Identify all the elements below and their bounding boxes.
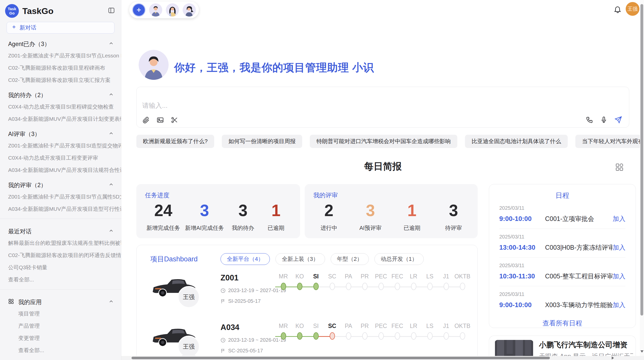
milestone-dot[interactable] [313,332,319,340]
sidebar-section-my-apps[interactable]: 我的应用 [0,293,121,308]
join-meeting-link[interactable]: 加入 [613,301,625,309]
briefing-layout-icon[interactable] [615,163,624,173]
milestone-dot[interactable] [281,332,286,340]
schedule-name: C001-立项审批会 [545,215,613,223]
chevron-up-icon[interactable] [108,228,114,235]
chevron-up-icon[interactable] [108,41,114,48]
dashboard-filter[interactable]: 全新平台（4） [221,253,270,265]
milestone-dot[interactable] [362,332,368,340]
new-chat-button[interactable]: 新对话 [7,22,114,34]
microphone-icon[interactable] [600,116,608,124]
project-owner-badge[interactable]: 王强 [178,286,200,308]
milestone-dot[interactable] [378,283,384,290]
notifications-bell-icon[interactable] [613,5,622,14]
add-session-button[interactable] [132,3,145,17]
milestone-dot[interactable] [297,283,302,290]
suggestion-chip[interactable]: 特朗普可能对进口汽车增税会对中国车企造成哪些影响 [310,135,457,148]
suggestion-chip[interactable]: 欧洲新规最近颁布了什么? [136,135,214,148]
sidebar-task-item[interactable]: Z001-全新燃油轻卡产品开发项目SI造型提交物评审 [0,140,121,152]
milestone-dot-area [308,281,324,293]
dashboard-filter[interactable]: 年型（2） [331,253,369,265]
insert-image-icon[interactable] [156,116,164,124]
milestone-dot[interactable] [460,283,465,290]
suggestion-chip[interactable]: 如何写一份清晰的项目周报 [222,135,302,148]
chevron-up-icon[interactable] [108,92,114,99]
scroll-down-arrow[interactable] [640,350,643,353]
chat-input[interactable] [142,101,575,114]
avatar-woman-long-hair[interactable] [166,3,179,17]
attach-file-icon[interactable] [142,116,150,124]
milestone-dot[interactable] [330,283,335,290]
milestone-dot[interactable] [330,332,335,340]
milestone-dot[interactable] [427,332,433,340]
app-item[interactable]: 项目管理 [0,308,121,320]
milestone-label: SI [308,321,324,331]
sidebar-section-tasks-2[interactable]: AI评审（3） [0,125,121,140]
avatar-man[interactable] [149,3,162,17]
milestone-dot[interactable] [313,283,319,290]
sidebar-task-item[interactable]: Z001-全新燃油轻卡产品开发项目SI节点属性5D文件评审 [0,191,121,203]
voice-call-icon[interactable] [586,116,593,124]
avatar-woman-ponytail[interactable] [183,3,196,17]
milestone-LR: LR [405,321,422,342]
sidebar-task-item[interactable]: A034-全新新能源MUV产品开发项目计划变更表编写 [0,113,121,125]
chevron-up-icon[interactable] [108,182,114,189]
app-item[interactable]: 变更管理 [0,332,121,344]
milestone-dot[interactable] [411,283,416,290]
project-name[interactable]: Z001 [221,273,239,282]
sidebar-task-item[interactable]: A034-全新新能源MUV产品开发项目法规符合性评审 [0,164,121,176]
suggestion-chip[interactable]: 比亚迪全固态电池计划具体说了什么 [465,135,568,148]
milestone-dot[interactable] [281,283,286,290]
milestone-dot[interactable] [378,332,384,340]
send-message-icon[interactable] [614,116,622,124]
sidebar-section-tasks-0[interactable]: Agent已办（3） [0,35,121,50]
sidebar-task-item[interactable]: C02-飞腾新能源轻客改款项目立项汇报方案 [0,74,121,86]
recent-chat-item[interactable]: 公司Q3轻卡销量 [0,261,121,274]
milestone-dot[interactable] [362,283,368,290]
recent-chat-item[interactable]: 解释最新出台的欧盟报废车法规再生塑料比例被调至15%... [0,237,121,249]
milestone-dot[interactable] [297,332,302,340]
recent-chat-item[interactable]: 查看全部... [0,274,121,286]
sidebar-task-item[interactable]: C0X4-动力总成开发项目工程变更评审 [0,152,121,164]
user-avatar[interactable]: 王强 [626,2,639,16]
milestone-dot[interactable] [444,283,449,290]
section-label: 我的应用 [18,298,42,306]
scissors-icon[interactable] [171,116,178,124]
milestone-dot[interactable] [411,332,416,340]
sidebar-section-tasks-1[interactable]: 我的待办（2） [0,86,121,101]
milestone-dot[interactable] [460,332,465,340]
milestone-dot[interactable] [427,283,433,290]
milestone-dot[interactable] [395,283,400,290]
dashboard-filter[interactable]: 动总开发（1） [374,253,424,265]
join-meeting-link[interactable]: 加入 [613,215,625,223]
view-all-schedule-link[interactable]: 查看所有日程 [489,319,636,328]
join-meeting-link[interactable]: 加入 [613,272,625,280]
chevron-up-icon[interactable] [108,299,114,306]
sidebar-task-item[interactable]: C02-飞腾新能源轻客改款项目里程碑画布 [0,62,121,74]
sidebar-task-item[interactable]: C0X4-动力总成开发项目SI里程碑提交物检查 [0,101,121,113]
project-name[interactable]: A034 [221,323,239,332]
app-item[interactable]: 产品管理 [0,320,121,332]
sidebar-task-item[interactable]: Z001-全新燃油皮卡产品开发项目SI节点Lesson Learn报告 [0,50,121,62]
vertical-scrollbar-thumb[interactable] [640,4,643,316]
milestone-dot[interactable] [346,283,351,290]
milestone-dot[interactable] [444,332,449,340]
milestone-J1: J1 [438,321,454,342]
collapse-sidebar-icon[interactable] [108,7,115,15]
join-meeting-link[interactable]: 加入 [613,243,625,252]
sidebar-section-recent-chats[interactable]: 最近对话 [0,222,121,237]
sidebar-section-tasks-3[interactable]: 我的评审（2） [0,176,121,191]
milestone-dot[interactable] [395,332,400,340]
horizontal-scrollbar-thumb[interactable] [131,357,550,359]
scroll-right-arrow[interactable] [612,356,614,359]
stat: 24新增完成任务 [147,201,180,232]
milestone-label: SC [324,321,340,331]
app-item[interactable]: 查看全部... [0,344,121,356]
chevron-up-icon[interactable] [108,131,114,138]
sidebar-task-item[interactable]: A034-全新新能源MUV产品开发项目造型可行性评审 [0,203,121,215]
suggestion-chip[interactable]: 当下年轻人对汽车外观有怎样的喜好趋势 [575,135,644,148]
recent-chat-item[interactable]: C02-飞腾新能源轻客改款项目的闭环通告反馈情况 [0,249,121,261]
dashboard-filter[interactable]: 全新上装（3） [275,253,325,265]
milestone-dot[interactable] [346,332,351,340]
sidebar-item-folder[interactable]: 我的云空间 [0,356,121,360]
